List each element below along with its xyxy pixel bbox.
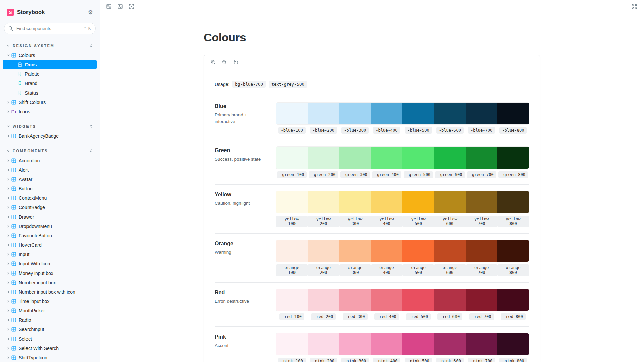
sidebar-item-number-input-box[interactable]: Number input box	[3, 278, 97, 287]
sidebar-section-widgets[interactable]: WIDGETS	[4, 122, 96, 131]
shade-label-cell: -orange-700	[466, 264, 497, 276]
sidebar-item-money-input-box[interactable]: Money input box	[3, 268, 97, 278]
image-icon[interactable]	[115, 2, 125, 12]
swatch-pink-300	[339, 333, 371, 355]
sidebar-item-searchinput[interactable]: SearchInput	[3, 325, 97, 334]
swatch-blue-800	[497, 103, 529, 124]
sidebar-item-number-input-box-with-icon[interactable]: Number input box with icon	[3, 287, 97, 296]
sidebar-item-dropdownmenu[interactable]: DropdownMenu	[3, 222, 97, 231]
sidebar-item-brand[interactable]: Brand	[3, 79, 97, 88]
sidebar-item-label: SearchInput	[19, 327, 44, 332]
sidebar-item-colours[interactable]: Colours	[3, 51, 97, 60]
shade-label-cell: -orange-500	[402, 264, 434, 276]
sidebar-item-label: HoverCard	[19, 242, 42, 248]
sidebar-item-label: MonthPicker	[19, 308, 45, 313]
sidebar-item-hovercard[interactable]: HoverCard	[3, 240, 97, 249]
sidebar-item-label: Status	[25, 90, 38, 96]
sidebar-item-select[interactable]: Select	[3, 334, 97, 343]
search-box[interactable]: ^ K	[4, 23, 96, 34]
sidebar-item-monthpicker[interactable]: MonthPicker	[3, 306, 97, 315]
shade-label: -pink-700	[468, 358, 495, 362]
shade-label: -blue-600	[436, 127, 464, 134]
sidebar-item-icons[interactable]: Icons	[3, 107, 97, 116]
sidebar-item-countbadge[interactable]: CountBadge	[3, 203, 97, 212]
canvas-toolbar	[100, 0, 644, 13]
sidebar-item-input-with-icon[interactable]: Input With Icon	[3, 259, 97, 268]
component-icon	[11, 280, 16, 285]
expand-all-icon[interactable]	[89, 44, 93, 48]
sidebar-item-alert[interactable]: Alert	[3, 165, 97, 174]
swatch-orange-700	[466, 240, 497, 262]
shade-label-cell: -pink-300	[339, 358, 371, 362]
shade-label-cell: -yellow-100	[276, 216, 308, 227]
swatch-red-400	[371, 289, 402, 311]
sidebar-section-design-system[interactable]: DESIGN SYSTEM	[4, 41, 96, 50]
sidebar-item-label: Select With Search	[19, 346, 59, 351]
measure-icon[interactable]	[126, 2, 137, 12]
search-icon	[8, 26, 13, 31]
section-divider	[215, 140, 529, 140]
shade-label: -yellow-700	[466, 216, 497, 227]
sidebar-item-label: DropdownMenu	[19, 224, 52, 229]
sidebar-item-avatar[interactable]: Avatar	[3, 175, 97, 184]
settings-gear-icon[interactable]: ⚙	[88, 10, 93, 15]
checkerboard-icon[interactable]	[104, 2, 114, 12]
sidebar-item-palette[interactable]: Palette	[3, 69, 97, 78]
sidebar-item-bankagencybadge[interactable]: BankAgencyBadge	[3, 131, 97, 140]
swatch-green-600	[434, 147, 466, 169]
shade-label-cell: -orange-800	[497, 264, 529, 276]
sidebar-item-button[interactable]: Button	[3, 184, 97, 193]
expand-all-icon[interactable]	[89, 124, 93, 128]
shade-label-cell: -orange-200	[308, 264, 339, 276]
sidebar-item-input[interactable]: Input	[3, 250, 97, 259]
shade-label: -pink-300	[341, 358, 369, 362]
swatch-yellow-800	[497, 191, 529, 213]
sidebar-item-radio[interactable]: Radio	[3, 315, 97, 324]
component-icon	[11, 196, 16, 200]
palette-name: Green	[215, 147, 267, 154]
sidebar-item-drawer[interactable]: Drawer	[3, 212, 97, 221]
shade-label-cell: -blue-300	[339, 127, 371, 134]
swatch-pink-700	[466, 333, 497, 355]
swatch-yellow-200	[308, 191, 339, 213]
shade-label-cell: -blue-600	[434, 127, 466, 134]
story-block: Usage: bg-blue-700 text-grey-500 BluePri…	[204, 55, 540, 362]
sidebar-item-contextmenu[interactable]: ContextMenu	[3, 193, 97, 202]
sidebar-item-docs[interactable]: Docs	[3, 60, 97, 69]
palette-description: Accent	[215, 342, 267, 349]
sidebar-item-favouritebutton[interactable]: FavouriteButton	[3, 231, 97, 240]
shade-label-row: -blue-100-blue-200-blue-300-blue-400-blu…	[276, 127, 529, 134]
expand-all-icon[interactable]	[89, 149, 93, 153]
shade-label-cell: -orange-400	[371, 264, 402, 276]
shade-label: -red-200	[311, 313, 336, 320]
search-input[interactable]	[16, 26, 84, 32]
component-icon	[11, 290, 16, 294]
swatch-green-800	[497, 147, 529, 169]
sidebar-item-shifttypeicon[interactable]: ShiftTypeIcon	[3, 353, 97, 362]
sidebar-item-shift-colours[interactable]: Shift Colours	[3, 98, 97, 107]
shade-label-row: -yellow-100-yellow-200-yellow-300-yellow…	[276, 216, 529, 227]
sidebar-item-label: Time input box	[19, 299, 49, 304]
palette-red: RedError, destructive-red-100-red-200-re…	[215, 289, 529, 320]
shade-label: -yellow-300	[339, 216, 371, 227]
zoom-reset-icon[interactable]	[231, 57, 241, 67]
swatch-blue-500	[402, 103, 434, 124]
palette-swatches: -yellow-100-yellow-200-yellow-300-yellow…	[276, 191, 529, 227]
chevron-down-icon	[7, 125, 10, 128]
zoom-in-icon[interactable]	[208, 57, 218, 67]
zoom-out-icon[interactable]	[219, 57, 229, 67]
sidebar-item-time-input-box[interactable]: Time input box	[3, 297, 97, 306]
palette-name: Pink	[215, 334, 267, 340]
sidebar-item-label: Brand	[25, 81, 37, 86]
sidebar-item-accordion[interactable]: Accordion	[3, 156, 97, 165]
sidebar-item-status[interactable]: Status	[3, 88, 97, 97]
chevron-right-icon	[7, 110, 11, 113]
story-body: Usage: bg-blue-700 text-grey-500 BluePri…	[204, 69, 540, 362]
fullscreen-icon[interactable]	[629, 2, 639, 12]
swatch-red-100	[276, 289, 308, 311]
sidebar-section-components[interactable]: COMPONENTS	[4, 146, 96, 156]
sidebar-item-select-with-search[interactable]: Select With Search	[3, 344, 97, 353]
shade-label: -orange-400	[371, 264, 402, 276]
swatch-blue-200	[308, 103, 339, 124]
shade-label-cell: -green-200	[308, 171, 339, 178]
